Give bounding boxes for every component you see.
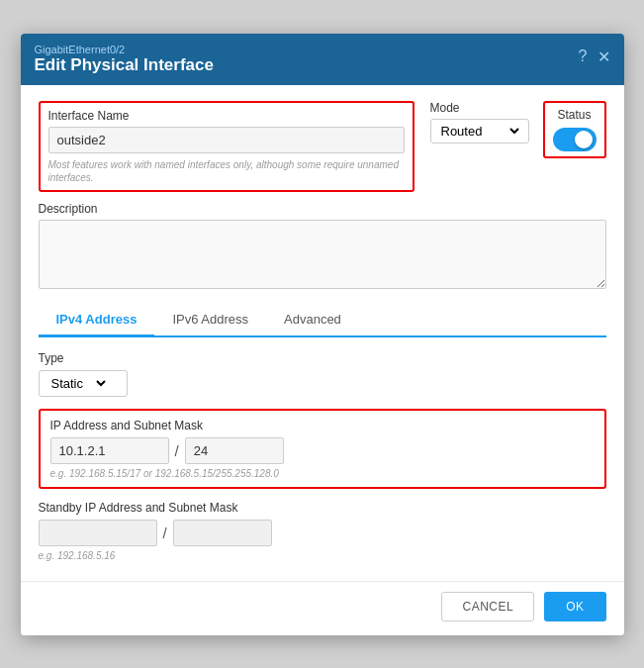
header-left: GigabitEthernet0/2 Edit Physical Interfa… bbox=[35, 44, 214, 75]
standby-slash: / bbox=[163, 525, 167, 541]
ok-button[interactable]: OK bbox=[544, 592, 605, 621]
mode-status-group: Mode Routed Passive BVI Status bbox=[430, 101, 606, 158]
description-textarea[interactable] bbox=[39, 220, 606, 289]
mode-group: Mode Routed Passive BVI bbox=[430, 101, 529, 143]
standby-row: / bbox=[39, 520, 606, 546]
type-label: Type bbox=[39, 351, 606, 365]
type-select[interactable]: Static DHCP PPPoE bbox=[47, 375, 109, 392]
slash-separator: / bbox=[175, 442, 179, 459]
tab-advanced[interactable]: Advanced bbox=[266, 304, 359, 337]
tabs-row: IPv4 Address IPv6 Address Advanced bbox=[39, 304, 606, 337]
interface-name-label: Interface Name bbox=[48, 109, 405, 123]
status-label: Status bbox=[557, 108, 591, 122]
description-label: Description bbox=[39, 202, 606, 216]
mode-select-wrap[interactable]: Routed Passive BVI bbox=[430, 119, 529, 143]
description-section: Description bbox=[39, 202, 606, 292]
tab-ipv6[interactable]: IPv6 Address bbox=[154, 304, 266, 337]
ip-address-input[interactable] bbox=[50, 437, 169, 464]
ip-subnet-row: / bbox=[50, 437, 595, 464]
status-toggle[interactable] bbox=[553, 128, 597, 151]
dialog-title: Edit Physical Interface bbox=[35, 55, 214, 75]
interface-name-group: Interface Name Most features work with n… bbox=[39, 101, 414, 192]
interface-name-input[interactable] bbox=[48, 127, 405, 153]
ipv4-content: Type Static DHCP PPPoE IP Address and Su… bbox=[39, 351, 606, 561]
standby-label: Standby IP Address and Subnet Mask bbox=[39, 501, 606, 515]
ip-subnet-label: IP Address and Subnet Mask bbox=[50, 419, 595, 432]
standby-example-text: e.g. 192.168.5.16 bbox=[39, 550, 606, 561]
mode-label: Mode bbox=[430, 101, 529, 115]
dialog-subtitle: GigabitEthernet0/2 bbox=[35, 44, 214, 55]
top-row: Interface Name Most features work with n… bbox=[39, 101, 606, 192]
tab-ipv4[interactable]: IPv4 Address bbox=[39, 304, 155, 337]
cancel-button[interactable]: CANCEL bbox=[441, 592, 534, 621]
type-row: Type Static DHCP PPPoE bbox=[39, 351, 606, 397]
help-icon[interactable]: ? bbox=[579, 48, 588, 65]
dialog-header: GigabitEthernet0/2 Edit Physical Interfa… bbox=[21, 34, 624, 85]
status-group: Status bbox=[543, 101, 606, 158]
dialog-footer: CANCEL OK bbox=[21, 581, 624, 635]
edit-physical-interface-dialog: GigabitEthernet0/2 Edit Physical Interfa… bbox=[21, 34, 624, 635]
standby-subnet-input[interactable] bbox=[173, 520, 272, 546]
ip-example-text: e.g. 192.168.5.15/17 or 192.168.5.15/255… bbox=[50, 468, 595, 479]
standby-section: Standby IP Address and Subnet Mask / e.g… bbox=[39, 501, 606, 561]
header-icons: ? ✕ bbox=[579, 48, 610, 66]
standby-ip-input[interactable] bbox=[39, 520, 157, 546]
mode-select[interactable]: Routed Passive BVI bbox=[437, 123, 522, 140]
close-icon[interactable]: ✕ bbox=[598, 48, 610, 66]
ip-subnet-section: IP Address and Subnet Mask / e.g. 192.16… bbox=[39, 409, 606, 489]
dialog-body: Interface Name Most features work with n… bbox=[21, 85, 624, 581]
type-select-wrap[interactable]: Static DHCP PPPoE bbox=[39, 370, 128, 397]
subnet-mask-input[interactable] bbox=[185, 437, 284, 464]
toggle-slider bbox=[553, 128, 597, 151]
interface-name-hint: Most features work with named interfaces… bbox=[48, 158, 405, 184]
